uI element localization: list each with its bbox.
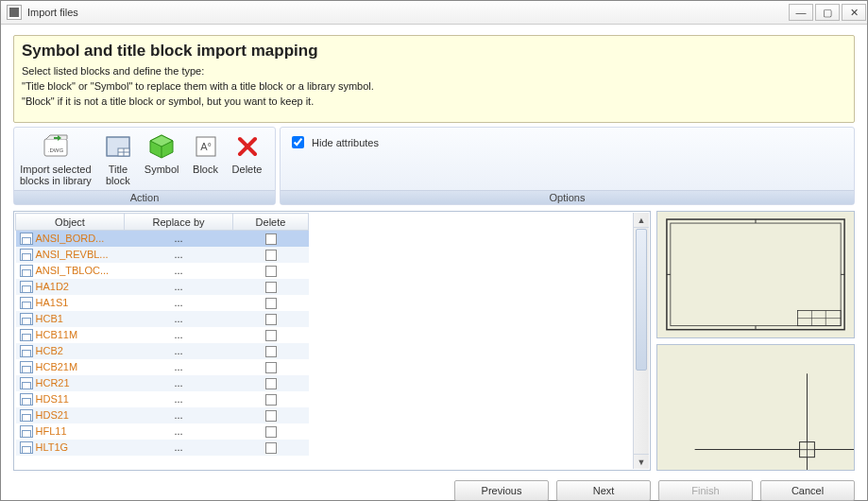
delete-checkbox[interactable] xyxy=(265,410,277,422)
delete-cell[interactable] xyxy=(233,423,309,440)
block-button[interactable]: A° Block xyxy=(185,128,227,190)
delete-cell[interactable] xyxy=(233,343,309,359)
table-row[interactable]: HCB11M... xyxy=(16,327,309,343)
symbol-button[interactable]: Symbol xyxy=(139,128,185,190)
import-selected-button[interactable]: .DWG Import selectedblocks in library xyxy=(14,128,97,190)
scroll-down-icon[interactable]: ▼ xyxy=(634,454,649,469)
delete-cell[interactable] xyxy=(233,327,309,343)
table-row[interactable]: HA1D2... xyxy=(16,279,309,295)
delete-checkbox[interactable] xyxy=(265,298,277,309)
table-row[interactable]: HA1S1... xyxy=(16,295,309,311)
replace-cell[interactable]: ... xyxy=(125,440,233,456)
delete-checkbox[interactable] xyxy=(265,394,277,406)
table-row[interactable]: ANSI_TBLOC...... xyxy=(16,263,309,279)
delete-cell[interactable] xyxy=(233,279,309,295)
col-delete[interactable]: Delete xyxy=(233,214,309,231)
delete-checkbox[interactable] xyxy=(265,346,277,357)
block-item-icon xyxy=(20,297,33,309)
table-row[interactable]: ANSI_BORD...... xyxy=(16,231,309,247)
titlebar[interactable]: Import files — ▢ ✕ xyxy=(1,1,867,25)
delete-checkbox[interactable] xyxy=(265,362,277,373)
window: Import files — ▢ ✕ Symbol and title bloc… xyxy=(0,0,868,501)
block-item-icon xyxy=(20,361,33,373)
minimize-button[interactable]: — xyxy=(789,4,813,21)
block-item-icon xyxy=(20,441,33,454)
delete-checkbox[interactable] xyxy=(265,233,277,245)
delete-cell[interactable] xyxy=(233,247,309,263)
replace-cell[interactable]: ... xyxy=(125,391,233,407)
cancel-button[interactable]: Cancel xyxy=(760,480,855,501)
replace-cell[interactable]: ... xyxy=(125,279,233,295)
info-panel: Symbol and title block import mapping Se… xyxy=(13,35,855,123)
next-button[interactable]: Next xyxy=(556,480,651,501)
delete-checkbox[interactable] xyxy=(265,282,277,293)
delete-checkbox[interactable] xyxy=(265,314,277,325)
replace-cell[interactable]: ... xyxy=(125,423,233,440)
delete-cell[interactable] xyxy=(233,231,309,247)
block-item-icon xyxy=(20,393,33,406)
close-button[interactable]: ✕ xyxy=(842,4,866,21)
delete-cell[interactable] xyxy=(233,263,309,279)
block-item-icon xyxy=(20,313,33,325)
maximize-button[interactable]: ▢ xyxy=(815,4,840,21)
table-row[interactable]: HDS21... xyxy=(16,407,309,423)
block-icon: A° xyxy=(191,131,221,162)
previous-button[interactable]: Previous xyxy=(454,480,549,501)
delete-checkbox[interactable] xyxy=(265,330,277,341)
delete-cell[interactable] xyxy=(233,311,309,327)
delete-cell[interactable] xyxy=(233,359,309,375)
svg-text:A°: A° xyxy=(200,141,212,152)
delete-cell[interactable] xyxy=(233,440,309,456)
delete-icon xyxy=(232,131,263,162)
replace-cell[interactable]: ... xyxy=(125,231,233,247)
title-block-icon xyxy=(103,131,133,162)
delete-cell[interactable] xyxy=(233,407,309,423)
delete-button[interactable]: Delete xyxy=(227,128,268,190)
replace-cell[interactable]: ... xyxy=(125,247,233,263)
delete-checkbox[interactable] xyxy=(265,250,277,261)
table-row[interactable]: HDS11... xyxy=(16,391,309,407)
scroll-thumb[interactable] xyxy=(636,229,647,371)
delete-checkbox[interactable] xyxy=(265,442,277,454)
table-row[interactable]: HCB2... xyxy=(16,343,309,359)
table-row[interactable]: HLT1G... xyxy=(16,440,309,456)
grid[interactable]: Object Replace by Delete ANSI_BORD......… xyxy=(15,213,633,469)
replace-cell[interactable]: ... xyxy=(125,311,233,327)
title-block-button[interactable]: Titleblock xyxy=(97,128,139,190)
finish-button: Finish xyxy=(658,480,753,501)
col-object[interactable]: Object xyxy=(16,214,125,231)
footer: Previous Next Finish Cancel xyxy=(13,471,855,501)
toolbar-group-action: .DWG Import selectedblocks in library xyxy=(13,127,276,205)
table-row[interactable]: HFL11... xyxy=(16,423,309,440)
import-label-1: Import selected xyxy=(20,164,91,175)
table-row[interactable]: ANSI_REVBL...... xyxy=(16,247,309,263)
object-name: ANSI_REVBL... xyxy=(36,249,109,260)
col-replace[interactable]: Replace by xyxy=(125,214,233,231)
hide-attributes-input[interactable] xyxy=(292,136,304,148)
block-item-icon xyxy=(20,281,33,293)
import-label-2: blocks in library xyxy=(20,175,92,186)
table-row[interactable]: HCR21... xyxy=(16,375,309,391)
delete-cell[interactable] xyxy=(233,375,309,391)
delete-checkbox[interactable] xyxy=(265,426,277,438)
hide-attributes-checkbox[interactable]: Hide attributes xyxy=(288,133,379,151)
replace-cell[interactable]: ... xyxy=(125,263,233,279)
info-line: "Title block" or "Symbol" to replace the… xyxy=(22,78,846,94)
scrollbar[interactable]: ▲ ▼ xyxy=(633,213,649,469)
table-row[interactable]: HCB21M... xyxy=(16,359,309,375)
delete-cell[interactable] xyxy=(233,295,309,311)
symbol-icon xyxy=(146,131,177,162)
replace-cell[interactable]: ... xyxy=(125,327,233,343)
table-row[interactable]: HCB1... xyxy=(16,311,309,327)
scroll-up-icon[interactable]: ▲ xyxy=(634,213,649,228)
replace-cell[interactable]: ... xyxy=(125,407,233,423)
replace-cell[interactable]: ... xyxy=(125,375,233,391)
delete-checkbox[interactable] xyxy=(265,266,277,277)
replace-cell[interactable]: ... xyxy=(125,295,233,311)
delete-cell[interactable] xyxy=(233,391,309,407)
delete-checkbox[interactable] xyxy=(265,378,277,389)
replace-cell[interactable]: ... xyxy=(125,343,233,359)
replace-cell[interactable]: ... xyxy=(125,359,233,375)
block-item-icon xyxy=(20,425,33,438)
block-item-icon xyxy=(20,409,33,422)
